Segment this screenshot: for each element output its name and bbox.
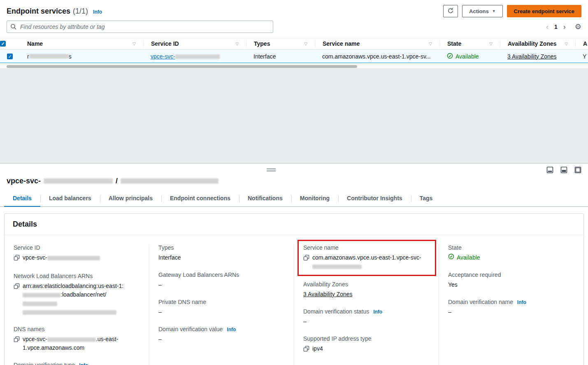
info-link[interactable]: Info: [373, 309, 382, 315]
split-panel: vpce-svc- / Details Load balancers Allow…: [0, 163, 588, 365]
redacted-text: [121, 178, 218, 184]
tab-tags[interactable]: Tags: [411, 191, 442, 206]
field-acceptance-required: Acceptance required Yes: [448, 271, 575, 289]
tab-contributor-insights[interactable]: Contributor Insights: [338, 191, 411, 206]
redacted-text: [23, 310, 116, 315]
cell-types: Interface: [246, 53, 315, 60]
field-service-id: Service ID vpce-svc-: [14, 244, 141, 263]
availability-zones-popover-trigger[interactable]: 3 Availability Zones: [303, 290, 353, 299]
copy-icon[interactable]: [14, 283, 20, 292]
refresh-icon: [447, 7, 454, 15]
vpc-console-endpoint-services-page: Endpoint services (1/1) Info Actions ▼ C…: [0, 0, 588, 365]
field-availability-zones: Availability Zones 3 Availability Zones: [303, 281, 430, 299]
next-page-button[interactable]: ›: [563, 23, 566, 31]
previous-page-button[interactable]: ‹: [546, 23, 548, 31]
tab-notifications[interactable]: Notifications: [239, 191, 291, 206]
filter-row: ‹ 1 › ⚙: [0, 17, 588, 33]
sort-icon: ▽: [132, 42, 136, 46]
column-header-name[interactable]: Name▽: [20, 40, 143, 47]
field-types: Types Interface: [158, 244, 286, 262]
details-column-4: State Available Acceptance required: [439, 244, 583, 365]
availability-zones-popover-trigger[interactable]: 3 Availability Zones: [507, 53, 557, 60]
field-domain-verification-type: Domain verification type Info –: [14, 362, 141, 365]
copy-icon[interactable]: [14, 336, 20, 345]
redacted-text: [23, 302, 57, 306]
field-private-dns-name: Private DNS name –: [158, 299, 286, 316]
tab-allow-principals[interactable]: Allow principals: [100, 191, 161, 206]
info-link[interactable]: Info: [227, 327, 236, 332]
current-page-button[interactable]: 1: [554, 23, 558, 30]
endpoint-services-table: ✓ Name▽ Service ID▽ Types▽ Service name▽…: [0, 38, 588, 63]
search-icon: [10, 23, 17, 31]
info-link[interactable]: Info: [79, 363, 88, 365]
redacted-text: [23, 293, 60, 297]
table-row[interactable]: ✓ r s vpce-svc- Interface com.amazonaws.…: [0, 49, 588, 63]
details-column-2: Types Interface Gateway Load Balancers A…: [149, 244, 294, 365]
cell-availability-zones: 3 Availability Zones: [500, 53, 575, 60]
search-input[interactable]: [7, 21, 273, 33]
state-text: Available: [456, 53, 479, 60]
sort-icon: ▽: [304, 42, 307, 46]
split-panel-position-side-icon[interactable]: [560, 166, 567, 173]
cell-name: r s: [20, 53, 143, 60]
split-panel-header: [0, 164, 588, 176]
sort-icon: ▽: [429, 42, 432, 46]
cell-truncated: Y: [575, 53, 588, 60]
create-endpoint-service-button[interactable]: Create endpoint service: [507, 5, 581, 17]
redacted-text: [175, 54, 220, 59]
details-card-title: Details: [5, 214, 583, 235]
horizontal-scrollbar-thumb[interactable]: [7, 65, 357, 68]
copy-icon[interactable]: [303, 346, 309, 354]
sort-icon: ▽: [235, 42, 239, 46]
column-header-service-id[interactable]: Service ID▽: [143, 40, 246, 47]
refresh-button[interactable]: [443, 5, 458, 17]
chevron-down-icon: ▼: [492, 9, 496, 13]
field-domain-verification-name: Domain verification name Info –: [448, 299, 575, 316]
copy-icon[interactable]: [14, 255, 20, 263]
page-header: Endpoint services (1/1) Info Actions ▼ C…: [0, 0, 588, 17]
table-preferences-gear-icon[interactable]: ⚙: [575, 22, 581, 31]
tab-details[interactable]: Details: [4, 191, 40, 207]
page-title-text: Endpoint services: [7, 7, 70, 16]
column-header-types[interactable]: Types▽: [246, 40, 315, 47]
empty-background-area: [0, 68, 588, 163]
split-panel-drag-handle[interactable]: [267, 168, 276, 173]
tab-endpoint-connections[interactable]: Endpoint connections: [161, 191, 239, 206]
column-header-truncated[interactable]: A: [575, 40, 588, 47]
cell-service-name: com.amazonaws.vpce.us-east-1.vpce-sv...: [315, 53, 439, 60]
search-box: [7, 21, 273, 33]
column-header-availability-zones[interactable]: Availability Zones▽: [500, 40, 575, 47]
details-column-1: Service ID vpce-svc- Network Load Balanc…: [5, 244, 149, 365]
split-panel-position-bottom-icon[interactable]: [546, 166, 553, 173]
column-header-service-name[interactable]: Service name▽: [315, 40, 439, 47]
redacted-text: [312, 264, 362, 269]
tab-load-balancers[interactable]: Load balancers: [40, 191, 100, 206]
split-panel-window-icon[interactable]: [574, 166, 581, 173]
status-available-icon: [447, 53, 453, 60]
service-id-link[interactable]: vpce-svc-: [151, 53, 220, 60]
row-checkbox[interactable]: ✓: [7, 54, 13, 59]
sort-icon: ▽: [489, 42, 493, 46]
field-domain-verification-value: Domain verification value Info –: [158, 326, 286, 344]
actions-button[interactable]: Actions ▼: [462, 5, 503, 17]
details-column-3: Service name com.amazonaws.vpce.us-east-…: [294, 244, 439, 365]
split-panel-controls: [546, 166, 581, 173]
field-gateway-load-balancers-arns: Gateway Load Balancers ARNs –: [158, 271, 286, 289]
field-network-load-balancers-arns: Network Load Balancers ARNs arn:aws:elas…: [14, 273, 141, 316]
field-domain-verification-status: Domain verification status Info –: [303, 308, 430, 326]
redacted-text: [47, 256, 100, 260]
select-all-checkbox[interactable]: ✓: [0, 41, 6, 47]
copy-icon[interactable]: [303, 255, 309, 263]
actions-button-label: Actions: [469, 8, 489, 14]
column-header-state[interactable]: State▽: [439, 40, 500, 47]
pagination: ‹ 1 › ⚙: [546, 22, 581, 31]
cell-state: Available: [439, 53, 500, 60]
redacted-text: [44, 178, 113, 184]
field-supported-ip-address-type: Supported IP address type ipv4: [303, 335, 430, 354]
endpoint-services-table-pane: Endpoint services (1/1) Info Actions ▼ C…: [0, 0, 588, 68]
header-actions: Actions ▼ Create endpoint service: [443, 5, 581, 17]
tab-monitoring[interactable]: Monitoring: [291, 191, 338, 206]
info-link[interactable]: Info: [93, 9, 102, 15]
details-card: Details Service ID vpce-svc-: [4, 213, 584, 365]
info-link[interactable]: Info: [517, 299, 526, 305]
